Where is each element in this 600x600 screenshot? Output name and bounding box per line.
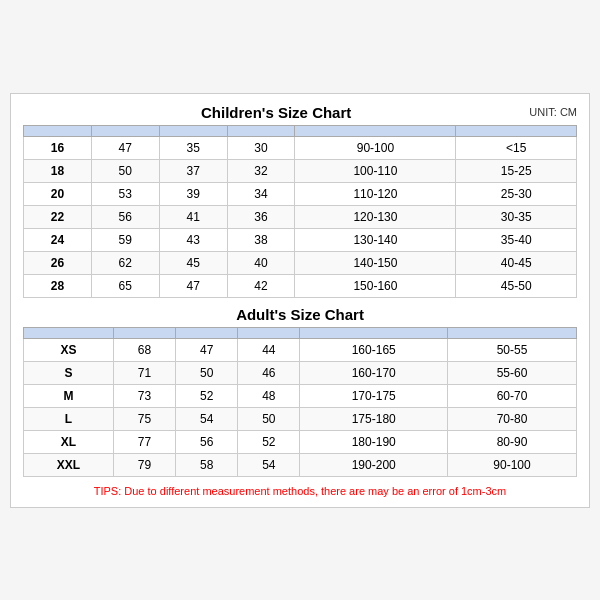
adult-col-height [300,327,448,338]
table-cell: 68 [113,338,175,361]
table-cell: 50 [238,407,300,430]
children-col-pant-length [227,125,295,136]
table-cell: 41 [159,205,227,228]
table-cell: 65 [91,274,159,297]
table-row: 26624540140-15040-45 [24,251,577,274]
table-cell: 50 [176,361,238,384]
children-size-table: 1647353090-100<1518503732100-11015-25205… [23,125,577,298]
children-col-size [24,125,92,136]
table-cell: 75 [113,407,175,430]
children-col-bust-w [159,125,227,136]
table-cell: 47 [176,338,238,361]
table-cell: L [24,407,114,430]
table-cell: 35-40 [456,228,577,251]
table-cell: 90-100 [295,136,456,159]
table-cell: 71 [113,361,175,384]
adult-header-row [24,327,577,338]
adult-table-body: XS684744160-16550-55S715046160-17055-60M… [24,338,577,476]
children-chart-title: Children's Size Chart [23,104,529,121]
table-cell: 44 [238,338,300,361]
table-cell: 110-120 [295,182,456,205]
table-cell: 22 [24,205,92,228]
table-cell: 48 [238,384,300,407]
table-cell: 56 [176,430,238,453]
table-cell: 28 [24,274,92,297]
table-row: 28654742150-16045-50 [24,274,577,297]
table-cell: 100-110 [295,159,456,182]
table-cell: 170-175 [300,384,448,407]
table-cell: <15 [456,136,577,159]
adult-col-size [24,327,114,338]
table-cell: 25-30 [456,182,577,205]
table-row: 24594338130-14035-40 [24,228,577,251]
table-cell: 70-80 [447,407,576,430]
table-row: 18503732100-11015-25 [24,159,577,182]
table-cell: 43 [159,228,227,251]
table-cell: 32 [227,159,295,182]
table-cell: 150-160 [295,274,456,297]
children-col-weight [456,125,577,136]
table-row: XXL795854190-20090-100 [24,453,577,476]
table-cell: 42 [227,274,295,297]
table-cell: 79 [113,453,175,476]
adult-title-row: Adult's Size Chart [23,306,577,323]
table-cell: 54 [176,407,238,430]
table-cell: 40 [227,251,295,274]
chart-container: Children's Size Chart UNIT: CM 164735309… [10,93,590,508]
table-cell: 47 [91,136,159,159]
table-cell: 140-150 [295,251,456,274]
table-cell: 90-100 [447,453,576,476]
table-cell: 16 [24,136,92,159]
table-cell: XXL [24,453,114,476]
table-cell: 18 [24,159,92,182]
table-cell: 30-35 [456,205,577,228]
table-cell: 62 [91,251,159,274]
table-cell: 190-200 [300,453,448,476]
table-cell: 53 [91,182,159,205]
table-cell: M [24,384,114,407]
table-cell: 52 [176,384,238,407]
unit-label: UNIT: CM [529,106,577,118]
table-cell: 50-55 [447,338,576,361]
table-cell: 80-90 [447,430,576,453]
table-cell: 54 [238,453,300,476]
adult-col-pant-length [238,327,300,338]
table-cell: 175-180 [300,407,448,430]
children-title-row: Children's Size Chart UNIT: CM [23,104,577,121]
table-cell: 55-60 [447,361,576,384]
table-cell: 38 [227,228,295,251]
table-cell: 46 [238,361,300,384]
children-col-height [295,125,456,136]
table-cell: 45 [159,251,227,274]
table-cell: 160-170 [300,361,448,384]
adult-col-top-length [113,327,175,338]
table-row: XS684744160-16550-55 [24,338,577,361]
adult-col-weight [447,327,576,338]
table-cell: 24 [24,228,92,251]
table-cell: 39 [159,182,227,205]
table-row: M735248170-17560-70 [24,384,577,407]
table-cell: 59 [91,228,159,251]
table-cell: S [24,361,114,384]
table-cell: 60-70 [447,384,576,407]
table-cell: 160-165 [300,338,448,361]
table-row: L755450175-18070-80 [24,407,577,430]
table-cell: 73 [113,384,175,407]
table-cell: 20 [24,182,92,205]
table-row: 1647353090-100<15 [24,136,577,159]
table-cell: XS [24,338,114,361]
table-row: 20533934110-12025-30 [24,182,577,205]
table-cell: XL [24,430,114,453]
table-row: 22564136120-13030-35 [24,205,577,228]
table-cell: 15-25 [456,159,577,182]
table-cell: 56 [91,205,159,228]
table-cell: 52 [238,430,300,453]
table-cell: 130-140 [295,228,456,251]
table-cell: 36 [227,205,295,228]
table-cell: 40-45 [456,251,577,274]
adult-size-table: XS684744160-16550-55S715046160-17055-60M… [23,327,577,477]
table-cell: 180-190 [300,430,448,453]
adult-chart-title: Adult's Size Chart [236,306,364,323]
table-cell: 45-50 [456,274,577,297]
adult-col-bust-w [176,327,238,338]
